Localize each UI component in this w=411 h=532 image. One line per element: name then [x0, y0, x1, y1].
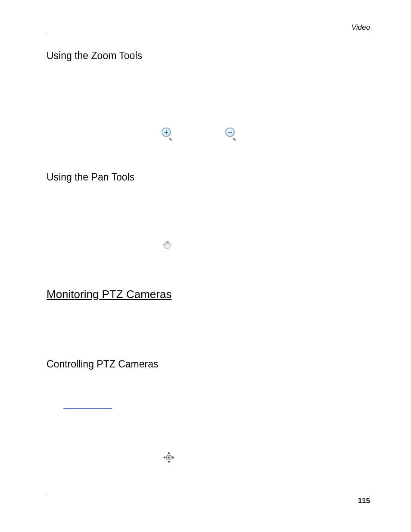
zoom-in-icon: [162, 128, 171, 137]
ptz-control-icon: [162, 451, 175, 464]
svg-marker-3: [172, 456, 174, 459]
svg-marker-1: [168, 461, 170, 463]
heading-monitoring-ptz: Monitoring PTZ Cameras: [47, 288, 171, 301]
zoom-out-icon: [225, 128, 235, 137]
pan-hand-icon: [162, 240, 172, 252]
link-underline[interactable]: [63, 408, 112, 409]
page: Video Using the Zoom Tools Using the Pan…: [0, 0, 411, 532]
heading-controlling-ptz: Controlling PTZ Cameras: [47, 358, 158, 370]
svg-marker-0: [168, 452, 170, 454]
page-number: 115: [358, 497, 370, 505]
page-header-label: Video: [352, 23, 370, 32]
footer-rule: [47, 493, 370, 493]
header-rule: [47, 33, 370, 33]
heading-zoom-tools: Using the Zoom Tools: [47, 50, 142, 62]
svg-marker-2: [163, 456, 165, 459]
heading-pan-tools: Using the Pan Tools: [47, 171, 134, 183]
